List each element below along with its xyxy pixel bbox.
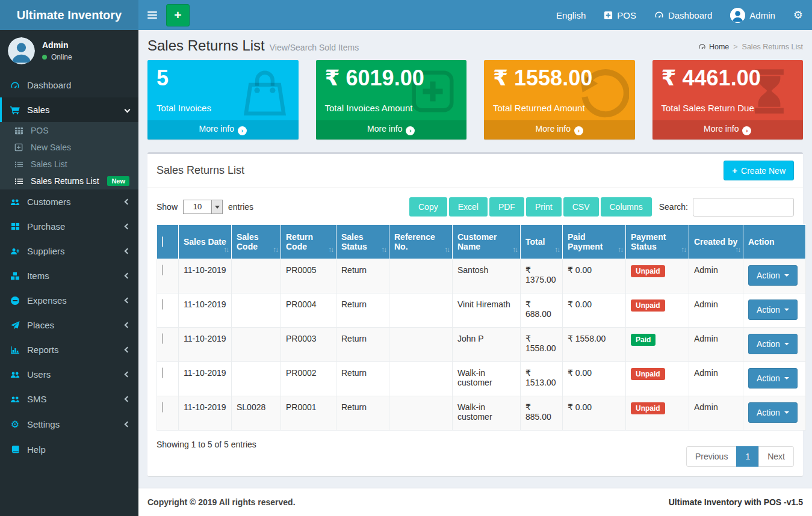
col-sales-code[interactable]: Sales Code↑↓ xyxy=(232,225,281,259)
col-payment-status[interactable]: Payment Status↑↓ xyxy=(626,225,689,259)
sidebar-item-places[interactable]: Places xyxy=(0,313,138,337)
cell-sales-status: Return xyxy=(336,396,389,431)
col-sales-status[interactable]: Sales Status↑↓ xyxy=(336,225,389,259)
more-info-link[interactable]: More info› xyxy=(316,120,467,140)
page-title: Sales Returns List xyxy=(147,37,265,54)
row-checkbox[interactable] xyxy=(162,333,163,344)
previous-page-button[interactable]: Previous xyxy=(686,446,737,467)
row-checkbox[interactable] xyxy=(162,265,163,275)
cell-reference-no xyxy=(389,328,453,362)
sidebar-item-sales-returns-list[interactable]: Sales Returns List New xyxy=(0,173,138,189)
search-input[interactable] xyxy=(693,198,794,217)
select-all-checkbox[interactable] xyxy=(162,236,163,247)
brand-logo[interactable]: Ultimate Inventory xyxy=(0,0,138,30)
sidebar-item-purchase[interactable]: Purchase xyxy=(0,214,138,239)
sidebar-item-items[interactable]: Items xyxy=(0,263,138,288)
col-sales-date[interactable]: Sales Date↑↓ xyxy=(179,225,232,259)
language-menu[interactable]: English xyxy=(547,0,595,30)
more-info-link[interactable]: More info› xyxy=(484,120,635,140)
page-1-button[interactable]: 1 xyxy=(736,446,759,467)
action-dropdown-button[interactable]: Action xyxy=(748,299,798,320)
sidebar-toggle-button[interactable] xyxy=(138,0,166,30)
status-badge: Unpaid xyxy=(631,402,665,414)
action-dropdown-button[interactable]: Action xyxy=(748,402,798,423)
cell-return-code: PR0004 xyxy=(281,293,336,328)
sidebar: Admin Online Dashboard Sales xyxy=(0,30,138,516)
nav-pos-link[interactable]: POS xyxy=(595,0,645,30)
col-paid-payment[interactable]: Paid Payment↑↓ xyxy=(563,225,626,259)
cubes-icon xyxy=(9,271,21,281)
cell-sales-status: Return xyxy=(336,328,389,362)
sidebar-item-customers[interactable]: Customers xyxy=(0,189,138,214)
cell-sales-date: 11-10-2019 xyxy=(179,259,232,293)
user-menu[interactable]: Admin xyxy=(721,0,784,30)
status-badge: Paid xyxy=(631,334,655,346)
print-button[interactable]: Print xyxy=(526,197,562,217)
sidebar-user-panel: Admin Online xyxy=(0,30,138,73)
cell-action: Action xyxy=(743,293,806,328)
sidebar-item-reports[interactable]: Reports xyxy=(0,337,138,362)
sidebar-item-help[interactable]: Help xyxy=(0,437,138,462)
sidebar-item-settings[interactable]: ⚙ Settings xyxy=(0,411,138,437)
action-dropdown-button[interactable]: Action xyxy=(748,368,798,389)
table-row: 11-10-2019 SL0028 PR0001 Return Walk-in … xyxy=(157,396,806,431)
main-content: Sales Returns List View/Search Sold Item… xyxy=(138,30,812,516)
nav-dashboard-link[interactable]: Dashboard xyxy=(645,0,721,30)
sidebar-item-dashboard[interactable]: Dashboard xyxy=(0,73,138,97)
cell-created-by: Admin xyxy=(689,259,743,293)
columns-button[interactable]: Columns xyxy=(601,197,652,217)
sidebar-item-suppliers[interactable]: Suppliers xyxy=(0,239,138,263)
csv-button[interactable]: CSV xyxy=(563,197,599,217)
sidebar-item-new-sales[interactable]: New Sales xyxy=(0,139,138,156)
col-created-by[interactable]: Created by↑↓ xyxy=(689,225,743,259)
content-header: Sales Returns List View/Search Sold Item… xyxy=(138,30,812,60)
cell-payment-status: Unpaid xyxy=(626,396,689,431)
sidebar-item-sales-list[interactable]: Sales List xyxy=(0,156,138,173)
settings-menu[interactable]: ⚙ xyxy=(784,0,812,30)
quick-add-button[interactable]: + xyxy=(166,4,190,26)
sidebar-item-sales[interactable]: Sales xyxy=(0,97,138,122)
cell-paid: ₹ 0.00 xyxy=(563,259,626,293)
select-all-header[interactable] xyxy=(157,225,179,259)
cell-reference-no xyxy=(389,362,453,396)
action-dropdown-button[interactable]: Action xyxy=(748,334,798,354)
chevron-left-icon xyxy=(125,273,131,279)
col-reference-no[interactable]: Reference No.↑↓ xyxy=(389,225,453,259)
table-row: 11-10-2019 PR0005 Return Santosh ₹ 1375.… xyxy=(157,259,806,293)
cell-sales-code xyxy=(232,259,281,293)
more-info-link[interactable]: More info› xyxy=(652,120,804,140)
cell-sales-status: Return xyxy=(336,259,389,293)
box-value: ₹ 1558.00 xyxy=(493,66,626,90)
row-checkbox[interactable] xyxy=(162,299,163,310)
more-info-link[interactable]: More info› xyxy=(147,120,299,140)
sidebar-item-pos[interactable]: POS xyxy=(0,122,138,139)
arrow-circle-right-icon: › xyxy=(574,126,583,135)
copy-button[interactable]: Copy xyxy=(409,197,447,217)
sidebar-item-expenses[interactable]: Expenses xyxy=(0,288,138,313)
excel-button[interactable]: Excel xyxy=(449,197,488,217)
cell-select xyxy=(157,259,179,293)
row-checkbox[interactable] xyxy=(162,367,163,378)
row-checkbox[interactable] xyxy=(162,402,163,413)
col-customer-name[interactable]: Customer Name↑↓ xyxy=(453,225,521,259)
next-page-button[interactable]: Next xyxy=(758,446,794,467)
cell-customer: Santosh xyxy=(453,259,521,293)
col-return-code[interactable]: Return Code↑↓ xyxy=(281,225,336,259)
chevron-down-icon xyxy=(125,107,131,113)
box-label: Total Sales Return Due xyxy=(662,103,795,113)
cell-customer: Vinit Hiremath xyxy=(453,293,521,328)
total-invoices-box: 5 Total Invoices More info› xyxy=(147,60,299,140)
breadcrumb-home[interactable]: Home xyxy=(698,43,729,51)
sidebar-item-sms[interactable]: SMS xyxy=(0,387,138,411)
create-new-button[interactable]: + Create New xyxy=(724,161,794,180)
pdf-button[interactable]: PDF xyxy=(489,197,524,217)
chevron-left-icon xyxy=(125,322,131,328)
col-total[interactable]: Total↑↓ xyxy=(521,225,563,259)
chevron-left-icon xyxy=(125,372,131,378)
chevron-down-icon xyxy=(211,200,222,213)
sidebar-item-users[interactable]: Users xyxy=(0,362,138,387)
user-status[interactable]: Online xyxy=(42,53,72,61)
page-size-select[interactable]: 10 xyxy=(183,200,223,214)
sort-icon: ↑↓ xyxy=(381,245,386,254)
action-dropdown-button[interactable]: Action xyxy=(748,265,798,286)
